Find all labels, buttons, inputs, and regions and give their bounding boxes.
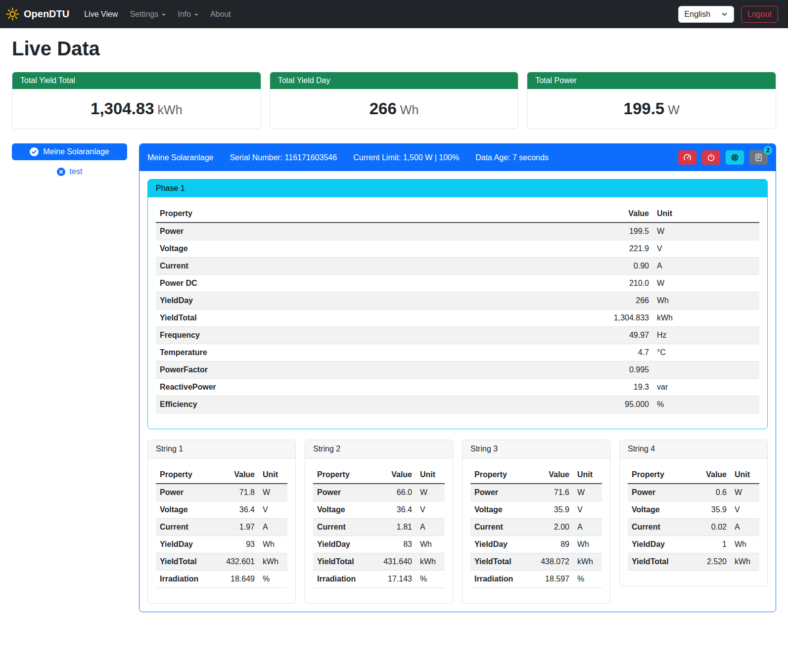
property-cell: YieldDay xyxy=(470,536,530,553)
value-cell: 1,304.833 xyxy=(453,310,653,327)
event-count-badge: 2 xyxy=(764,146,772,155)
table-header-row: Property Value Unit xyxy=(313,466,445,484)
unit-cell: Wh xyxy=(259,536,287,553)
sidebar-item-inverter-test[interactable]: test xyxy=(12,165,127,179)
unit-cell: A xyxy=(653,258,759,275)
table-row: Voltage 36.4 V xyxy=(313,501,445,519)
table-row: Current 0.90 A xyxy=(156,258,759,275)
value-cell: 0.6 xyxy=(687,484,731,501)
table-row: YieldDay 266 Wh xyxy=(156,292,759,310)
language-select[interactable]: English xyxy=(678,6,734,23)
value-cell: 71.8 xyxy=(215,484,259,501)
value-cell: 221.9 xyxy=(453,240,653,258)
cpu-icon xyxy=(731,153,739,162)
value-cell: 2.520 xyxy=(687,553,731,571)
string-card: String 2 Property Value Unit xyxy=(305,440,453,604)
value-cell: 83 xyxy=(372,536,416,553)
column-header-value: Value xyxy=(215,466,259,484)
table-row: Current 0.02 A xyxy=(628,519,759,536)
unit-cell: Wh xyxy=(416,536,445,553)
inverter-panel-header: Meine Solaranlage Serial Number: 1161716… xyxy=(139,144,776,171)
property-cell: YieldTotal xyxy=(313,553,372,571)
unit-cell: kWh xyxy=(259,553,287,571)
unit-cell: W xyxy=(731,484,759,501)
property-cell: Current xyxy=(470,519,530,536)
phase-card-title: Phase 1 xyxy=(148,179,767,197)
table-header-row: Property Value Unit xyxy=(470,466,602,484)
column-header-unit: Unit xyxy=(573,466,602,484)
sun-logo-icon xyxy=(6,7,19,21)
device-info-button[interactable] xyxy=(726,150,744,165)
property-cell: Current xyxy=(156,258,453,275)
string-table: Property Value Unit xyxy=(313,466,445,588)
string-table: Property Value Unit xyxy=(470,466,602,588)
unit-cell: A xyxy=(573,519,602,536)
string-cards: String 1 Property Value Unit xyxy=(147,440,768,604)
value-cell: 4.7 xyxy=(453,344,653,361)
table-row: YieldTotal 438.072 kWh xyxy=(470,553,602,571)
value-cell: 35.9 xyxy=(687,501,731,519)
gauge-icon xyxy=(683,153,692,162)
unit-cell: W xyxy=(416,484,445,501)
property-cell: YieldTotal xyxy=(156,553,215,571)
property-cell: Frequency xyxy=(156,327,453,344)
table-row: YieldDay 83 Wh xyxy=(313,536,445,553)
property-cell: Voltage xyxy=(156,501,215,519)
nav-info[interactable]: Info xyxy=(174,6,202,23)
value-cell: 18.597 xyxy=(530,571,573,588)
unit-cell: W xyxy=(653,223,759,240)
table-row: YieldTotal 2.520 kWh xyxy=(628,553,759,571)
column-header-unit: Unit xyxy=(731,466,759,484)
column-header-property: Property xyxy=(156,205,453,223)
inverter-limit: Current Limit: 1,500 W | 100% xyxy=(353,153,459,162)
table-row: Voltage 36.4 V xyxy=(156,501,287,519)
value-cell: 438.072 xyxy=(530,553,573,571)
unit-cell: V xyxy=(653,240,759,258)
unit-cell: Wh xyxy=(653,292,759,310)
table-row: YieldDay 1 Wh xyxy=(628,536,759,553)
sidebar-item-label: Meine Solaranlage xyxy=(43,147,109,156)
unit-cell: A xyxy=(731,519,759,536)
summary-card-title: Total Yield Total xyxy=(12,72,261,89)
table-row: Irradiation 18.597 % xyxy=(470,571,602,588)
string-card-title: String 3 xyxy=(463,440,610,458)
property-cell: Voltage xyxy=(156,240,453,258)
summary-card: Total Power 199.5W xyxy=(527,72,776,129)
value-cell: 431.640 xyxy=(372,553,416,571)
unit-cell: Hz xyxy=(653,327,759,344)
brand[interactable]: OpenDTU xyxy=(6,7,69,21)
table-row: Irradiation 17.143 % xyxy=(313,571,445,588)
column-header-unit: Unit xyxy=(259,466,287,484)
nav-live-view[interactable]: Live View xyxy=(80,6,122,23)
table-row: Current 1.81 A xyxy=(313,519,445,536)
column-header-property: Property xyxy=(628,466,687,484)
unit-cell: kWh xyxy=(416,553,445,571)
table-row: YieldDay 89 Wh xyxy=(470,536,602,553)
value-cell: 266 xyxy=(453,292,653,310)
column-header-property: Property xyxy=(156,466,215,484)
column-header-value: Value xyxy=(453,205,653,223)
nav-about[interactable]: About xyxy=(206,6,235,23)
property-cell: Power xyxy=(470,484,530,501)
value-cell: 0.995 xyxy=(453,361,653,379)
power-icon xyxy=(707,153,715,162)
string-table: Property Value Unit xyxy=(628,466,759,571)
property-cell: Power xyxy=(156,223,453,240)
property-cell: Current xyxy=(628,519,687,536)
summary-card-unit: kWh xyxy=(158,103,183,117)
chevron-down-icon xyxy=(721,11,728,17)
event-log-button[interactable]: 2 xyxy=(749,150,768,165)
logout-button[interactable]: Logout xyxy=(741,6,778,23)
power-settings-button[interactable] xyxy=(702,150,720,165)
string-card: String 4 Property Value Unit xyxy=(619,440,768,586)
property-cell: Voltage xyxy=(470,501,530,519)
unit-cell: °C xyxy=(653,344,759,361)
unit-cell: V xyxy=(259,501,287,519)
table-row: Voltage 221.9 V xyxy=(156,240,759,258)
sidebar-item-inverter-selected[interactable]: Meine Solaranlage xyxy=(12,143,127,160)
summary-card-title: Total Power xyxy=(527,72,776,89)
limit-settings-button[interactable] xyxy=(678,150,696,165)
unit-cell: A xyxy=(259,519,287,536)
nav-settings[interactable]: Settings xyxy=(126,6,170,23)
property-cell: Power xyxy=(313,484,372,501)
